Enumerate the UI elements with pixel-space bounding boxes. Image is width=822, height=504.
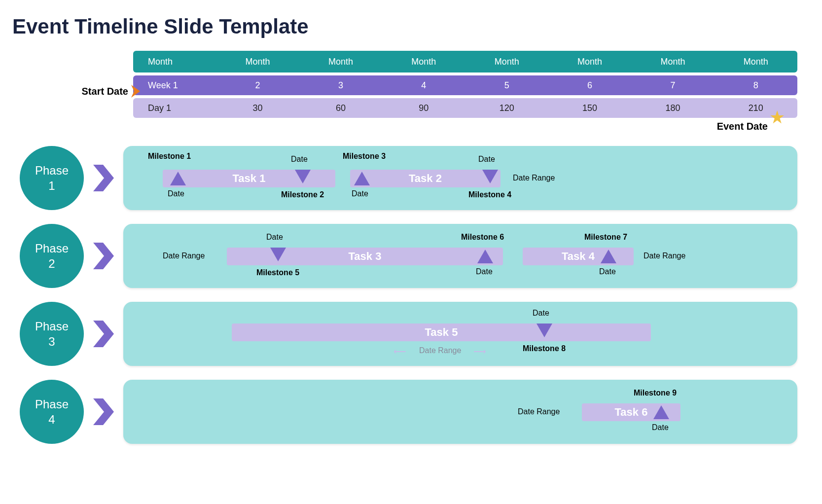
start-arrow-icon [131,85,144,100]
milestone-marker-icon [601,250,616,263]
phase-body-2: Date Range Date Task 3 Milestone 5 Miles… [123,224,797,288]
day-bar: Day 1306090 120150180210 [133,98,797,118]
phase-circle-1: Phase 1 [20,146,84,210]
milestone-label: Milestone 3 [343,152,386,161]
date-label: Date [291,155,308,164]
phase-body-3: Task 5 Date Milestone 8 Date Range ⟵ ⟶ [123,302,797,366]
phase-body-4: Date Range Milestone 9 Task 6 Date [123,380,797,444]
date-label: Date [266,233,283,242]
milestone-marker-icon [536,324,552,337]
date-label: Date [599,267,616,276]
chevron-icon [91,321,116,347]
phase-row: Phase 2 Date Range Date Task 3 Milestone… [10,224,812,288]
milestone-marker-icon [354,172,370,185]
arrow-left-icon: ⟵ [393,346,406,357]
phase-circle-3: Phase 3 [20,302,84,366]
date-label: Date [168,189,184,198]
phase-row: Phase 1 Milestone 1 Task 1 Date Date Mil… [10,146,812,210]
chevron-icon [91,165,116,191]
week-bar: Week 1234 5678 [133,75,797,95]
milestone-label: Milestone 4 [468,190,511,199]
task-bar: Task 5 [232,324,651,341]
date-label: Date [352,189,368,198]
milestone-marker-icon [653,405,669,419]
svg-marker-2 [93,243,114,269]
milestone-label: Milestone 7 [584,233,627,242]
svg-marker-0 [131,85,140,98]
milestone-label: Milestone 6 [461,233,504,242]
date-range-label: Date Range [643,252,685,260]
milestone-label: Milestone 1 [148,152,191,161]
chevron-icon [91,398,116,425]
phase-row: Phase 3 Task 5 Date Milestone 8 Date Ran… [10,302,812,366]
milestone-label: Milestone 8 [523,344,566,353]
date-range-label: Date Range [163,252,205,260]
date-range-label: Date Range [513,174,555,182]
date-label: Date [652,423,669,432]
chevron-icon [91,243,116,269]
page-title: Event Timeline Slide Template [12,15,812,38]
phase-body-1: Milestone 1 Task 1 Date Date Milestone 2… [123,146,797,210]
arrow-right-icon: ⟶ [473,346,486,357]
phase-circle-2: Phase 2 [20,224,84,288]
date-range-label: Date Range [518,407,560,416]
milestone-label: Milestone 5 [256,268,299,277]
event-date-label: Event Date [717,121,768,132]
svg-marker-4 [93,398,114,425]
start-date-label: Start Date [82,86,128,97]
date-label: Date [533,309,549,318]
milestone-label: Milestone 2 [281,190,324,199]
milestone-label: Milestone 9 [634,389,677,397]
phase-row: Phase 4 Date Range Milestone 9 Task 6 Da… [10,380,812,444]
svg-marker-1 [93,165,114,191]
star-icon: ★ [769,107,785,128]
timeline-header: Start Date MonthMonthMonthMonth MonthMon… [10,51,812,132]
date-label: Date [478,155,495,164]
milestone-marker-icon [482,170,498,183]
milestone-marker-icon [170,172,186,185]
date-label: Date [476,267,493,276]
milestone-marker-icon [295,170,311,183]
task-bar: Task 4 [523,248,634,265]
phase-circle-4: Phase 4 [20,380,84,444]
month-bar: MonthMonthMonthMonth MonthMonthMonthMont… [133,51,797,72]
milestone-marker-icon [477,250,493,263]
date-range-label: Date Range [419,346,461,355]
task-bar: Task 2 [350,170,500,187]
task-bar: Task 3 [227,248,503,265]
svg-marker-3 [93,321,114,347]
milestone-marker-icon [270,248,286,261]
